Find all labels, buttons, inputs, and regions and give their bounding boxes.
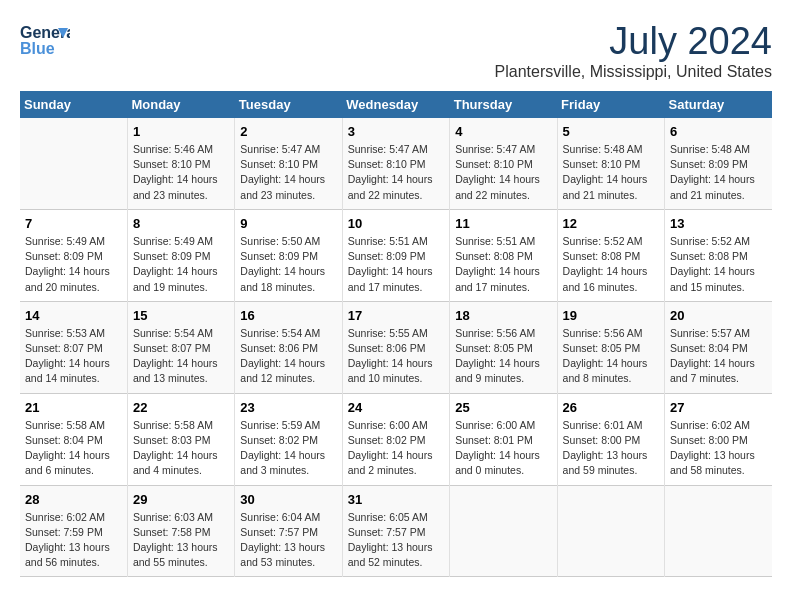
cell-content: Sunrise: 6:03 AM Sunset: 7:58 PM Dayligh… [133,511,218,569]
calendar-cell: 20Sunrise: 5:57 AM Sunset: 8:04 PM Dayli… [665,301,772,393]
calendar-cell: 23Sunrise: 5:59 AM Sunset: 8:02 PM Dayli… [235,393,342,485]
day-number: 30 [240,492,336,507]
cell-content: Sunrise: 5:58 AM Sunset: 8:04 PM Dayligh… [25,419,110,477]
week-row-3: 14Sunrise: 5:53 AM Sunset: 8:07 PM Dayli… [20,301,772,393]
cell-content: Sunrise: 5:48 AM Sunset: 8:09 PM Dayligh… [670,143,755,201]
day-number: 18 [455,308,551,323]
day-number: 20 [670,308,767,323]
calendar-cell: 5Sunrise: 5:48 AM Sunset: 8:10 PM Daylig… [557,118,664,209]
subtitle: Plantersville, Mississippi, United State… [495,63,772,81]
calendar-cell: 29Sunrise: 6:03 AM Sunset: 7:58 PM Dayli… [127,485,234,577]
cell-content: Sunrise: 6:05 AM Sunset: 7:57 PM Dayligh… [348,511,433,569]
cell-content: Sunrise: 5:50 AM Sunset: 8:09 PM Dayligh… [240,235,325,293]
calendar-cell: 26Sunrise: 6:01 AM Sunset: 8:00 PM Dayli… [557,393,664,485]
cell-content: Sunrise: 5:56 AM Sunset: 8:05 PM Dayligh… [455,327,540,385]
calendar-cell: 15Sunrise: 5:54 AM Sunset: 8:07 PM Dayli… [127,301,234,393]
cell-content: Sunrise: 6:00 AM Sunset: 8:02 PM Dayligh… [348,419,433,477]
cell-content: Sunrise: 5:47 AM Sunset: 8:10 PM Dayligh… [240,143,325,201]
cell-content: Sunrise: 6:02 AM Sunset: 8:00 PM Dayligh… [670,419,755,477]
calendar-cell [20,118,127,209]
day-number: 26 [563,400,659,415]
day-number: 29 [133,492,229,507]
calendar-cell: 30Sunrise: 6:04 AM Sunset: 7:57 PM Dayli… [235,485,342,577]
week-row-1: 1Sunrise: 5:46 AM Sunset: 8:10 PM Daylig… [20,118,772,209]
calendar-cell: 13Sunrise: 5:52 AM Sunset: 8:08 PM Dayli… [665,209,772,301]
day-number: 21 [25,400,122,415]
svg-text:Blue: Blue [20,40,55,57]
day-number: 24 [348,400,444,415]
cell-content: Sunrise: 5:52 AM Sunset: 8:08 PM Dayligh… [670,235,755,293]
days-header-row: SundayMondayTuesdayWednesdayThursdayFrid… [20,91,772,118]
week-row-4: 21Sunrise: 5:58 AM Sunset: 8:04 PM Dayli… [20,393,772,485]
day-number: 22 [133,400,229,415]
day-number: 6 [670,124,767,139]
day-number: 10 [348,216,444,231]
day-number: 8 [133,216,229,231]
day-number: 5 [563,124,659,139]
day-number: 16 [240,308,336,323]
day-number: 23 [240,400,336,415]
day-number: 2 [240,124,336,139]
week-row-2: 7Sunrise: 5:49 AM Sunset: 8:09 PM Daylig… [20,209,772,301]
cell-content: Sunrise: 5:54 AM Sunset: 8:06 PM Dayligh… [240,327,325,385]
cell-content: Sunrise: 5:49 AM Sunset: 8:09 PM Dayligh… [133,235,218,293]
day-number: 25 [455,400,551,415]
day-number: 15 [133,308,229,323]
cell-content: Sunrise: 5:49 AM Sunset: 8:09 PM Dayligh… [25,235,110,293]
calendar-cell [665,485,772,577]
day-number: 1 [133,124,229,139]
calendar-cell: 11Sunrise: 5:51 AM Sunset: 8:08 PM Dayli… [450,209,557,301]
calendar-cell: 3Sunrise: 5:47 AM Sunset: 8:10 PM Daylig… [342,118,449,209]
calendar-cell: 7Sunrise: 5:49 AM Sunset: 8:09 PM Daylig… [20,209,127,301]
calendar-cell: 19Sunrise: 5:56 AM Sunset: 8:05 PM Dayli… [557,301,664,393]
cell-content: Sunrise: 5:57 AM Sunset: 8:04 PM Dayligh… [670,327,755,385]
cell-content: Sunrise: 5:53 AM Sunset: 8:07 PM Dayligh… [25,327,110,385]
day-number: 12 [563,216,659,231]
cell-content: Sunrise: 6:01 AM Sunset: 8:00 PM Dayligh… [563,419,648,477]
day-header-monday: Monday [127,91,234,118]
cell-content: Sunrise: 5:58 AM Sunset: 8:03 PM Dayligh… [133,419,218,477]
day-header-wednesday: Wednesday [342,91,449,118]
calendar-cell: 16Sunrise: 5:54 AM Sunset: 8:06 PM Dayli… [235,301,342,393]
cell-content: Sunrise: 5:51 AM Sunset: 8:08 PM Dayligh… [455,235,540,293]
calendar-cell: 21Sunrise: 5:58 AM Sunset: 8:04 PM Dayli… [20,393,127,485]
calendar-cell: 12Sunrise: 5:52 AM Sunset: 8:08 PM Dayli… [557,209,664,301]
day-number: 9 [240,216,336,231]
calendar-cell: 25Sunrise: 6:00 AM Sunset: 8:01 PM Dayli… [450,393,557,485]
day-header-sunday: Sunday [20,91,127,118]
day-number: 14 [25,308,122,323]
day-number: 13 [670,216,767,231]
day-number: 27 [670,400,767,415]
calendar-cell: 24Sunrise: 6:00 AM Sunset: 8:02 PM Dayli… [342,393,449,485]
calendar-cell: 10Sunrise: 5:51 AM Sunset: 8:09 PM Dayli… [342,209,449,301]
cell-content: Sunrise: 5:48 AM Sunset: 8:10 PM Dayligh… [563,143,648,201]
calendar-cell: 8Sunrise: 5:49 AM Sunset: 8:09 PM Daylig… [127,209,234,301]
page-header: General Blue July 2024 Plantersville, Mi… [20,20,772,81]
cell-content: Sunrise: 5:56 AM Sunset: 8:05 PM Dayligh… [563,327,648,385]
cell-content: Sunrise: 5:47 AM Sunset: 8:10 PM Dayligh… [455,143,540,201]
day-number: 11 [455,216,551,231]
week-row-5: 28Sunrise: 6:02 AM Sunset: 7:59 PM Dayli… [20,485,772,577]
calendar-cell [557,485,664,577]
calendar-table: SundayMondayTuesdayWednesdayThursdayFrid… [20,91,772,577]
day-header-friday: Friday [557,91,664,118]
calendar-cell: 22Sunrise: 5:58 AM Sunset: 8:03 PM Dayli… [127,393,234,485]
calendar-cell: 1Sunrise: 5:46 AM Sunset: 8:10 PM Daylig… [127,118,234,209]
calendar-cell: 9Sunrise: 5:50 AM Sunset: 8:09 PM Daylig… [235,209,342,301]
day-header-saturday: Saturday [665,91,772,118]
calendar-cell: 2Sunrise: 5:47 AM Sunset: 8:10 PM Daylig… [235,118,342,209]
day-number: 19 [563,308,659,323]
cell-content: Sunrise: 5:52 AM Sunset: 8:08 PM Dayligh… [563,235,648,293]
day-number: 31 [348,492,444,507]
calendar-cell: 14Sunrise: 5:53 AM Sunset: 8:07 PM Dayli… [20,301,127,393]
day-number: 4 [455,124,551,139]
calendar-cell: 28Sunrise: 6:02 AM Sunset: 7:59 PM Dayli… [20,485,127,577]
cell-content: Sunrise: 6:00 AM Sunset: 8:01 PM Dayligh… [455,419,540,477]
cell-content: Sunrise: 5:46 AM Sunset: 8:10 PM Dayligh… [133,143,218,201]
calendar-cell: 6Sunrise: 5:48 AM Sunset: 8:09 PM Daylig… [665,118,772,209]
cell-content: Sunrise: 6:02 AM Sunset: 7:59 PM Dayligh… [25,511,110,569]
day-number: 7 [25,216,122,231]
day-number: 17 [348,308,444,323]
cell-content: Sunrise: 6:04 AM Sunset: 7:57 PM Dayligh… [240,511,325,569]
main-title: July 2024 [495,20,772,63]
